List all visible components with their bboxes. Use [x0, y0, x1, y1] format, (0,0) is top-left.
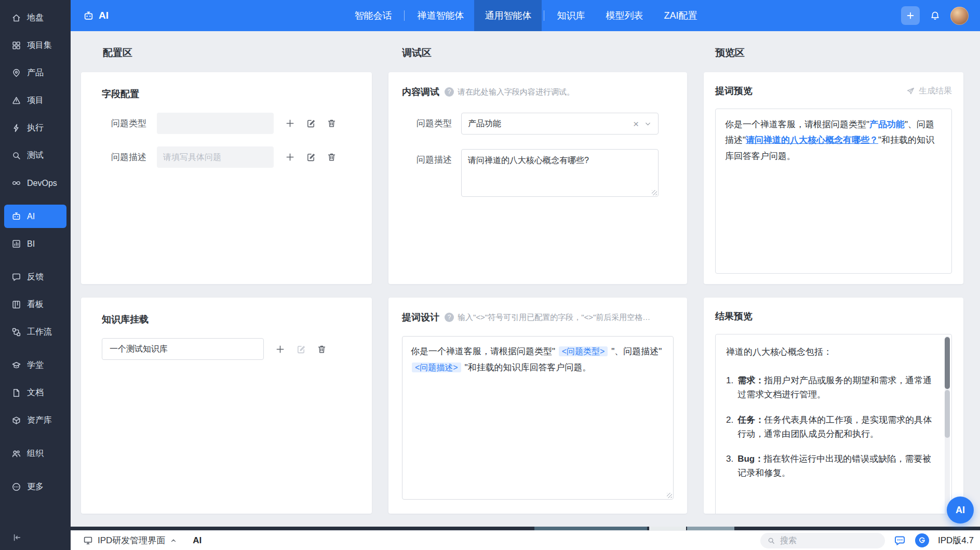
topbar: AI 智能会话 禅道智能体 通用智能体 知识库 模型列表 ZAI配置: [71, 0, 980, 31]
sidebar-item-label: 项目: [27, 95, 44, 106]
content-debug-title: 内容调试: [402, 86, 439, 98]
tab-zentao-agent[interactable]: 禅道智能体: [407, 0, 474, 31]
delete-field-icon[interactable]: [327, 118, 337, 128]
question-type-input[interactable]: [157, 113, 274, 134]
debug-label: 问题类型: [402, 113, 452, 135]
bottombar-tools: IPD版4.7: [760, 533, 974, 548]
chevron-down-icon[interactable]: [644, 120, 652, 128]
chat-bubble-icon[interactable]: [894, 534, 906, 547]
tab-knowledge-base[interactable]: 知识库: [546, 0, 595, 31]
sidebar-item-project[interactable]: 项目: [4, 89, 66, 112]
tab-divider: [404, 10, 405, 21]
sidebar-item-test[interactable]: 测试: [4, 144, 66, 167]
speech-bubble-icon: [11, 272, 21, 282]
add-knowledge-icon[interactable]: [275, 344, 285, 354]
xuanxuan-icon[interactable]: [915, 533, 929, 547]
question-desc-input[interactable]: [157, 146, 274, 168]
sidebar-item-execution[interactable]: 执行: [4, 116, 66, 140]
box-icon: [11, 415, 21, 425]
delete-knowledge-icon[interactable]: [317, 344, 327, 354]
kanban-icon: [11, 300, 21, 310]
sidebar-item-doc[interactable]: 文档: [4, 381, 66, 405]
field-label: 问题类型: [102, 117, 146, 129]
strip-segment: [534, 527, 647, 530]
strip-segment: [649, 527, 687, 530]
tab-smart-chat[interactable]: 智能会话: [344, 0, 402, 31]
clear-icon[interactable]: ×: [633, 119, 639, 129]
debug-row: 问题类型 产品功能 ×: [402, 113, 674, 135]
add-field-icon[interactable]: [285, 118, 295, 128]
sidebar-item-label: 项目集: [27, 40, 52, 51]
global-search-input[interactable]: [780, 536, 878, 545]
monitor-icon: [83, 535, 93, 545]
edit-field-icon[interactable]: [306, 152, 316, 162]
workflow-icon: [11, 327, 21, 337]
chevron-up-icon: [170, 537, 177, 544]
scrollbar-track[interactable]: [945, 336, 950, 514]
workspace-switcher[interactable]: IPD研发管理界面: [83, 534, 177, 546]
prompt-text: 你是一个禅道客服，请根据问题类型": [411, 346, 558, 356]
sidebar-item-workflow[interactable]: 工作流: [4, 320, 66, 344]
create-button[interactable]: [901, 6, 920, 25]
sidebar-item-label: 看板: [27, 299, 44, 310]
sidebar-nav: 地盘 项目集 产品 项目 执行 测试: [0, 0, 71, 525]
prompt-text: "、问题描述": [609, 346, 662, 356]
question-desc-textarea[interactable]: 请问禅道的八大核心概念有哪些?: [461, 149, 659, 197]
scrollbar-thumb[interactable]: [945, 337, 950, 389]
topbar-tabs: 智能会话 禅道智能体 通用智能体 知识库 模型列表 ZAI配置: [192, 0, 860, 31]
prompt-preview-title: 提词预览: [715, 85, 753, 97]
preview-section-title: 预览区: [704, 31, 963, 72]
sidebar-item-feedback[interactable]: 反馈: [4, 265, 66, 289]
sidebar-item-program[interactable]: 项目集: [4, 34, 66, 57]
sidebar-item-label: 工作流: [27, 327, 52, 338]
app-title: AI: [99, 10, 109, 21]
prompt-design-editor[interactable]: 你是一个禅道客服，请根据问题类型" <问题类型> "、问题描述" <问题描述> …: [402, 336, 674, 500]
sidebar-item-bi[interactable]: BI: [4, 232, 66, 256]
sidebar-item-dashboard[interactable]: 地盘: [4, 6, 66, 30]
ai-assistant-fab[interactable]: AI: [947, 497, 974, 524]
sidebar-collapse-button[interactable]: [0, 525, 71, 550]
notification-bell-icon[interactable]: [930, 10, 941, 21]
bottombar: IPD研发管理界面 AI IPD版4.7: [71, 530, 980, 550]
knowledge-row: [102, 338, 353, 360]
prompt-design-card: 提词设计 ? 输入"<>"符号可引用已配置的字段，"<>"前后采用空格… 你是一…: [388, 298, 687, 514]
sidebar-item-more[interactable]: 更多: [4, 475, 66, 499]
config-section-title: 配置区: [81, 31, 372, 72]
sidebar-item-devops[interactable]: DevOps: [4, 171, 66, 195]
send-icon: [906, 87, 915, 96]
field-chip-question-desc[interactable]: <问题描述>: [412, 363, 461, 372]
sidebar-item-label: 反馈: [27, 272, 44, 283]
people-icon: [11, 449, 21, 459]
content-debug-card: 内容调试 ? 请在此处输入字段内容进行调试。 问题类型 产品功能 ×: [388, 72, 687, 284]
sidebar-item-label: 测试: [27, 150, 44, 161]
prompt-preview-text: 你是一个禅道客服，请根据问题类型"产品功能"、问题描述"请问禅道的八大核心概念有…: [715, 109, 952, 274]
user-avatar[interactable]: [950, 7, 969, 25]
field-chip-question-type[interactable]: <问题类型>: [559, 346, 608, 356]
tab-model-list[interactable]: 模型列表: [595, 0, 653, 31]
content: 配置区 字段配置 问题类型 问题描述: [71, 31, 980, 527]
tab-zai-config[interactable]: ZAI配置: [653, 0, 707, 31]
sidebar-item-school[interactable]: 学堂: [4, 354, 66, 377]
robot-icon: [11, 211, 21, 221]
knowledge-base-input[interactable]: [102, 338, 264, 360]
version-label: IPD版4.7: [938, 534, 974, 546]
debug-label: 问题描述: [402, 149, 452, 197]
result-item: 3. Bug：指在软件运行中出现的错误或缺陷，需要被记录和修复。: [726, 452, 934, 480]
edit-knowledge-icon[interactable]: [296, 344, 306, 354]
prompt-text: "和挂载的知识库回答客户问题。: [462, 363, 592, 372]
sidebar-item-product[interactable]: 产品: [4, 61, 66, 85]
field-config-card: 字段配置 问题类型 问题描述: [81, 72, 372, 284]
generate-result-button[interactable]: 生成结果: [906, 86, 952, 97]
global-search[interactable]: [760, 533, 885, 548]
edit-field-icon[interactable]: [306, 118, 316, 128]
sidebar-item-kanban[interactable]: 看板: [4, 293, 66, 316]
tab-general-agent[interactable]: 通用智能体: [474, 0, 542, 31]
add-field-icon[interactable]: [285, 152, 295, 162]
tab-divider: [544, 10, 544, 21]
sidebar-item-asset[interactable]: 资产库: [4, 409, 66, 432]
question-type-select[interactable]: 产品功能 ×: [461, 113, 659, 135]
pin-icon: [11, 68, 21, 78]
delete-field-icon[interactable]: [327, 152, 337, 162]
sidebar-item-ai[interactable]: AI: [4, 205, 66, 228]
sidebar-item-org[interactable]: 组织: [4, 442, 66, 465]
